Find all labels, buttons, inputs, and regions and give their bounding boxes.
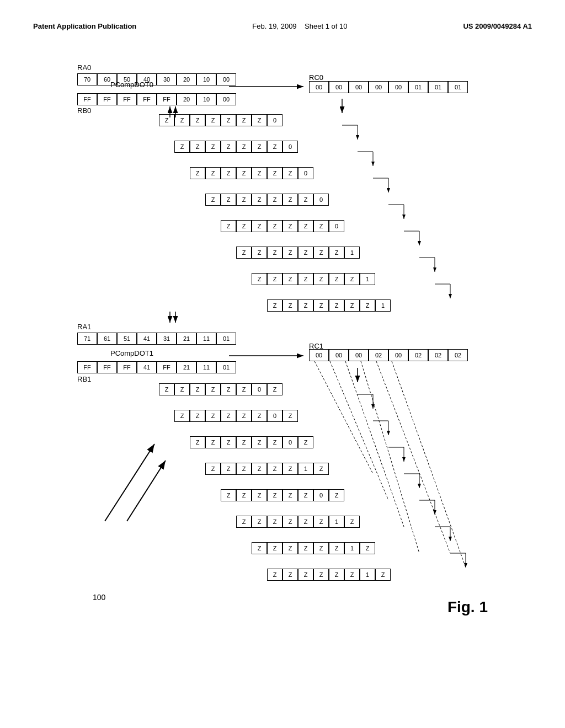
z0-row-3: ZZZZZZZ0 — [205, 194, 329, 206]
rb1-label: RB1 — [77, 375, 91, 383]
rc1-cell-5: 02 — [408, 349, 428, 361]
p0-cell-6: 10 — [196, 93, 216, 105]
rc0-cell-1: 00 — [329, 81, 349, 93]
z0-row-5: ZZZZZZZ1 — [236, 247, 360, 259]
p0-cell-4: FF — [157, 93, 177, 105]
p0-cell-7: 00 — [216, 93, 236, 105]
rc1-row: 00 00 00 02 00 02 02 02 — [309, 349, 468, 361]
header-left: Patent Application Publication — [33, 22, 136, 30]
rc1-cell-1: 00 — [329, 349, 349, 361]
svg-line-42 — [361, 361, 419, 553]
ra1-row: 71 61 51 41 31 21 11 01 — [77, 333, 236, 345]
z0-row-4: ZZZZZZZ0 — [221, 220, 344, 232]
rc0-label: RC0 — [309, 73, 323, 82]
rc1-cell-6: 02 — [428, 349, 448, 361]
p1-cell-4: FF — [157, 361, 177, 373]
z1-row-1: ZZZZZZ0Z — [174, 410, 298, 422]
rb0-label: RB0 — [77, 106, 91, 115]
ra0-cell-4: 30 — [157, 73, 177, 85]
rc0-cell-6: 01 — [428, 81, 448, 93]
z1-row-2: ZZZZZZ0Z — [190, 436, 313, 448]
z1-row-6: ZZZZZZ1Z — [252, 542, 375, 554]
ra1-cell-0: 71 — [77, 333, 97, 345]
ra0-label: RA0 — [77, 63, 91, 72]
rc1-cell-2: 00 — [349, 349, 369, 361]
p1-cell-3: 41 — [137, 361, 157, 373]
fig-label: Fig. 1 — [447, 598, 488, 616]
header-center: Feb. 19, 2009 Sheet 1 of 10 — [252, 22, 347, 30]
ra1-cell-4: 31 — [157, 333, 177, 345]
pcompdot0-label: PCompDOT0 — [110, 81, 153, 89]
ra1-cell-5: 21 — [177, 333, 196, 345]
p0-cell-0: FF — [77, 93, 97, 105]
svg-line-40 — [330, 361, 388, 500]
ra1-cell-7: 01 — [216, 333, 236, 345]
svg-line-39 — [315, 361, 373, 474]
p0-cell-5: 20 — [177, 93, 196, 105]
p0-row: FF FF FF FF FF 20 10 00 — [77, 93, 236, 105]
svg-line-41 — [345, 361, 404, 527]
svg-line-44 — [392, 361, 466, 568]
rc1-cell-0: 00 — [309, 349, 329, 361]
ra1-cell-2: 51 — [117, 333, 137, 345]
ref-num-100: 100 — [93, 593, 105, 602]
ra0-cell-7: 00 — [216, 73, 236, 85]
ra1-cell-3: 41 — [137, 333, 157, 345]
ra0-row: 70 60 50 40 30 20 10 00 — [77, 73, 236, 85]
p0-cell-1: FF — [97, 93, 117, 105]
ra1-cell-1: 61 — [97, 333, 117, 345]
p1-cell-0: FF — [77, 361, 97, 373]
p1-row: FF FF FF 41 FF 21 11 01 — [77, 361, 236, 373]
rc1-cell-7: 02 — [448, 349, 468, 361]
ra0-cell-0: 70 — [77, 73, 97, 85]
rc0-cell-5: 01 — [408, 81, 428, 93]
p1-cell-2: FF — [117, 361, 137, 373]
z0-row-1: ZZZZZZZ0 — [174, 141, 298, 153]
page-header: Patent Application Publication Feb. 19, … — [33, 22, 532, 30]
svg-line-46 — [127, 461, 166, 521]
z1-row-5: ZZZZZZ1Z — [236, 516, 360, 528]
rc0-cell-7: 01 — [448, 81, 468, 93]
rc1-cell-3: 02 — [369, 349, 388, 361]
rc0-cell-0: 00 — [309, 81, 329, 93]
p0-cell-2: FF — [117, 93, 137, 105]
header-sheet: Sheet 1 of 10 — [305, 22, 347, 30]
rc0-cell-2: 00 — [349, 81, 369, 93]
z0-row-7: ZZZZZZZ1 — [267, 299, 391, 312]
p1-cell-1: FF — [97, 361, 117, 373]
rc1-cell-4: 00 — [388, 349, 408, 361]
ra0-cell-6: 10 — [196, 73, 216, 85]
rc0-cell-3: 00 — [369, 81, 388, 93]
ra0-cell-5: 20 — [177, 73, 196, 85]
z0-row-6: ZZZZZZZ1 — [252, 273, 375, 285]
z0-row-2: ZZZZZZZ0 — [190, 167, 313, 179]
diagram-area: RA0 70 60 50 40 30 20 10 00 PCompDOT0 RC… — [33, 41, 532, 714]
z1-row-3: ZZZZZZ1Z — [205, 463, 329, 475]
z1-row-4: ZZZZZZ0Z — [221, 489, 344, 501]
p1-cell-6: 11 — [196, 361, 216, 373]
header-date: Feb. 19, 2009 — [252, 22, 296, 30]
z1-row-7: ZZZZZZ1Z — [267, 569, 391, 581]
rc0-cell-4: 00 — [388, 81, 408, 93]
p1-cell-7: 01 — [216, 361, 236, 373]
p1-cell-5: 21 — [177, 361, 196, 373]
p0-cell-3: FF — [137, 93, 157, 105]
ra1-label: RA1 — [77, 323, 91, 331]
svg-line-43 — [376, 361, 450, 553]
rc0-row: 00 00 00 00 00 01 01 01 — [309, 81, 468, 93]
header-right: US 2009/0049284 A1 — [463, 22, 532, 30]
z1-row-0: ZZZZZZ0Z — [159, 383, 282, 395]
z0-row-0: ZZZZZZZ0 — [159, 114, 282, 126]
ra1-cell-6: 11 — [196, 333, 216, 345]
pcompdot1-label: PCompDOT1 — [110, 349, 153, 357]
svg-line-45 — [105, 444, 154, 521]
